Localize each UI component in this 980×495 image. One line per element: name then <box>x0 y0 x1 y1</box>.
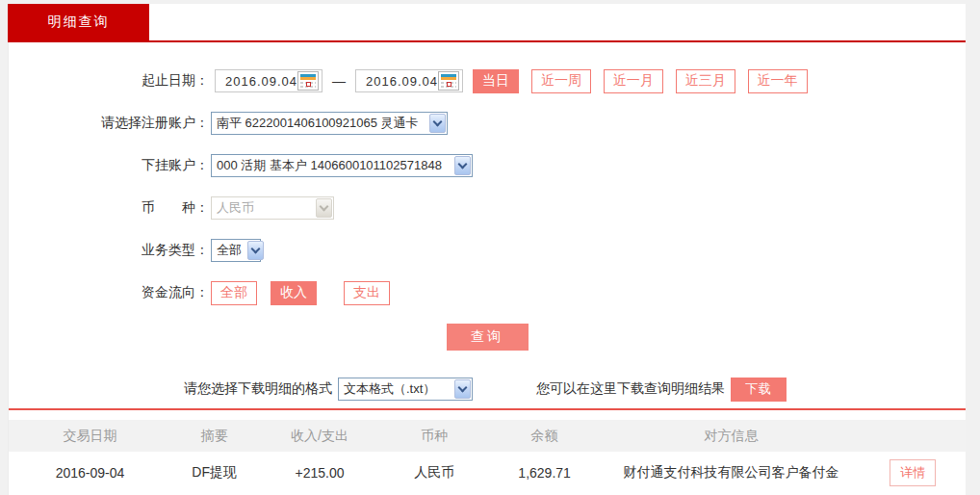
biz-type-row: 业务类型： 全部 <box>9 239 966 262</box>
biz-type-value: 全部 <box>212 240 246 261</box>
chevron-down-icon <box>454 379 471 399</box>
registered-account-row: 请选择注册账户： 南平 6222001406100921065 灵通卡 <box>9 112 966 135</box>
currency-value: 人民币 <box>212 197 315 219</box>
quick-range-today-button[interactable]: 当日 <box>473 69 519 93</box>
currency-row: 币 种： 人民币 <box>9 196 966 220</box>
currency-select: 人民币 <box>211 196 334 220</box>
download-button[interactable]: 下载 <box>731 378 787 402</box>
calendar-icon[interactable] <box>438 71 459 91</box>
quick-range-month-button[interactable]: 近一月 <box>604 69 663 93</box>
chevron-down-icon <box>454 156 471 175</box>
download-format-label: 请您选择下载明细的格式 <box>184 380 332 398</box>
col-header-counterparty: 对方信息 <box>602 420 860 452</box>
end-date-input[interactable]: 2016.09.04 <box>355 69 463 92</box>
cell-counterparty: 财付通支付科技有限公司客户备付金 <box>602 452 860 495</box>
calendar-icon[interactable] <box>297 71 319 91</box>
sub-account-select[interactable]: 000 活期 基本户 1406600101102571848 <box>211 154 473 177</box>
download-format-value: 文本格式（.txt） <box>339 378 453 400</box>
chevron-down-icon <box>247 241 264 260</box>
cell-currency: 人民币 <box>382 452 487 495</box>
download-row: 请您选择下载明细的格式 文本格式（.txt） 您可以在这里下载查询明细结果 下载 <box>9 378 966 401</box>
currency-label: 币 种： <box>9 199 209 217</box>
query-button[interactable]: 查询 <box>447 324 529 351</box>
cell-balance: 1,629.71 <box>487 452 602 495</box>
col-header-date: 交易日期 <box>9 420 171 452</box>
table-row: 2016-09-04 DF提现 +215.00 人民币 1,629.71 财付通… <box>9 452 966 495</box>
query-button-wrap: 查询 <box>9 324 966 351</box>
start-date-value: 2016.09.04 <box>225 74 297 89</box>
chevron-down-icon <box>316 198 332 218</box>
registered-account-label: 请选择注册账户： <box>9 115 209 132</box>
sub-account-value: 000 活期 基本户 1406600101102571848 <box>212 155 453 176</box>
quick-range-year-button[interactable]: 近一年 <box>748 69 808 93</box>
end-date-value: 2016.09.04 <box>366 74 438 89</box>
biz-type-select[interactable]: 全部 <box>211 239 261 262</box>
cell-amount: +215.00 <box>257 452 381 495</box>
query-form-panel: 起止日期： 2016.09.04 — 2016.09.04 当日 近一周 <box>8 42 966 495</box>
col-header-summary: 摘要 <box>171 420 257 452</box>
fund-flow-row: 资金流向： 全部 收入 支出 <box>9 281 966 304</box>
col-header-amount: 收入/支出 <box>257 420 381 452</box>
download-hint: 您可以在这里下载查询明细结果 <box>536 380 725 398</box>
date-range-label: 起止日期： <box>9 72 209 90</box>
table-header-row: 交易日期 摘要 收入/支出 币种 余额 对方信息 <box>9 420 966 452</box>
transaction-table: 交易日期 摘要 收入/支出 币种 余额 对方信息 2016-09-04 DF提现… <box>9 420 966 495</box>
registered-account-select[interactable]: 南平 6222001406100921065 灵通卡 <box>211 112 448 135</box>
tab-bar: 明细查询 <box>8 4 966 42</box>
col-header-action <box>861 420 966 452</box>
cell-date: 2016-09-04 <box>9 452 171 495</box>
fund-flow-label: 资金流向： <box>9 284 209 301</box>
detail-button[interactable]: 详情 <box>890 459 936 486</box>
date-range-row: 起止日期： 2016.09.04 — 2016.09.04 当日 近一周 <box>9 69 966 92</box>
quick-range-group: 当日 近一周 近一月 近三月 近一年 <box>463 69 808 93</box>
date-range-dash: — <box>332 73 346 89</box>
red-separator <box>9 408 966 410</box>
registered-account-value: 南平 6222001406100921065 灵通卡 <box>212 113 428 134</box>
tab-detail-query[interactable]: 明细查询 <box>8 4 149 40</box>
cell-action: 详情 <box>861 452 966 495</box>
sub-account-label: 下挂账户： <box>9 157 209 174</box>
detail-query-page: 明细查询 起止日期： 2016.09.04 — 2016.09.04 <box>0 0 980 495</box>
sub-account-row: 下挂账户： 000 活期 基本户 1406600101102571848 <box>9 154 966 177</box>
download-format-select[interactable]: 文本格式（.txt） <box>338 378 473 401</box>
start-date-input[interactable]: 2016.09.04 <box>215 69 322 92</box>
quick-range-week-button[interactable]: 近一周 <box>531 69 591 93</box>
flow-expense-button[interactable]: 支出 <box>344 281 390 305</box>
col-header-currency: 币种 <box>382 420 487 452</box>
cell-summary: DF提现 <box>171 452 257 495</box>
quick-range-3month-button[interactable]: 近三月 <box>676 69 735 93</box>
col-header-balance: 余额 <box>487 420 602 452</box>
flow-income-button[interactable]: 收入 <box>271 281 317 305</box>
chevron-down-icon <box>429 114 446 133</box>
biz-type-label: 业务类型： <box>9 242 209 259</box>
flow-all-button[interactable]: 全部 <box>211 281 257 305</box>
